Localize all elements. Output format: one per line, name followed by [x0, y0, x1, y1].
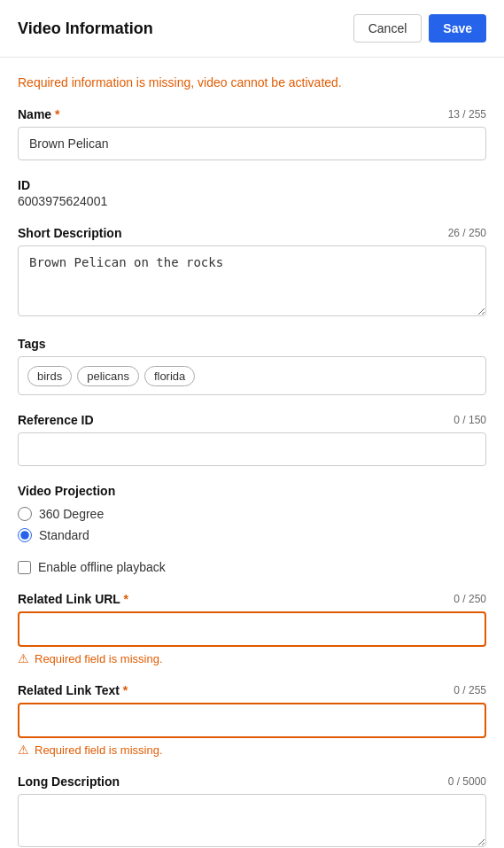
- radio-360-input[interactable]: [18, 507, 32, 521]
- content-area: Required information is missing, video c…: [0, 58, 504, 848]
- short-description-label-row: Short Description 26 / 250: [18, 226, 486, 240]
- offline-playback-row[interactable]: Enable offline playback: [18, 560, 486, 574]
- short-description-field-group: Short Description 26 / 250 Brown Pelican…: [18, 226, 486, 319]
- short-description-input[interactable]: Brown Pelican on the rocks: [18, 245, 486, 316]
- long-description-label: Long Description: [18, 774, 120, 789]
- name-input[interactable]: [18, 127, 486, 160]
- radio-360-label[interactable]: 360 Degree: [18, 507, 486, 521]
- id-value: 6003975624001: [18, 194, 486, 208]
- name-label: Name *: [18, 107, 59, 121]
- long-description-input[interactable]: [18, 794, 486, 847]
- offline-playback-label: Enable offline playback: [38, 560, 166, 574]
- save-button[interactable]: Save: [429, 14, 486, 43]
- related-link-text-error-text: Required field is missing.: [35, 743, 163, 757]
- long-description-label-row: Long Description 0 / 5000: [18, 774, 486, 789]
- video-projection-label: Video Projection: [18, 484, 486, 498]
- short-description-label: Short Description: [18, 226, 121, 240]
- page-title: Video Information: [18, 19, 153, 38]
- short-description-counter: 26 / 250: [448, 227, 486, 239]
- cancel-button[interactable]: Cancel: [353, 14, 423, 43]
- radio-standard-input[interactable]: [18, 528, 32, 542]
- tags-label: Tags: [18, 337, 46, 351]
- tags-label-row: Tags: [18, 337, 486, 351]
- tag-pelicans: pelicans: [77, 366, 139, 386]
- related-link-url-label-row: Related Link URL * 0 / 250: [18, 592, 486, 606]
- related-link-url-field-group: Related Link URL * 0 / 250 ⚠ Required fi…: [18, 592, 486, 665]
- related-link-text-counter: 0 / 255: [454, 684, 486, 696]
- warning-icon-text: ⚠: [18, 743, 29, 757]
- radio-standard-label[interactable]: Standard: [18, 528, 486, 542]
- long-description-counter: 0 / 5000: [448, 775, 486, 788]
- related-link-url-label: Related Link URL *: [18, 592, 128, 606]
- header-buttons: Cancel Save: [353, 14, 486, 43]
- tag-birds: birds: [27, 366, 72, 386]
- related-link-text-input[interactable]: [18, 703, 486, 738]
- radio-standard-text: Standard: [39, 528, 89, 542]
- tags-container[interactable]: birds pelicans florida: [18, 356, 486, 395]
- warning-icon-url: ⚠: [18, 651, 29, 665]
- header: Video Information Cancel Save: [0, 0, 504, 58]
- video-projection-radio-group: 360 Degree Standard: [18, 507, 486, 542]
- reference-id-field-group: Reference ID 0 / 150: [18, 413, 486, 466]
- id-label: ID: [18, 178, 486, 192]
- video-projection-field-group: Video Projection 360 Degree Standard: [18, 484, 486, 542]
- related-link-url-counter: 0 / 250: [454, 593, 486, 605]
- name-field-group: Name * 13 / 255: [18, 107, 486, 160]
- reference-id-label-row: Reference ID 0 / 150: [18, 413, 486, 427]
- tags-field-group: Tags birds pelicans florida: [18, 337, 486, 395]
- related-link-url-error: ⚠ Required field is missing.: [18, 651, 486, 665]
- related-link-text-label: Related Link Text *: [18, 683, 128, 697]
- name-label-row: Name * 13 / 255: [18, 107, 486, 121]
- tag-florida: florida: [144, 366, 195, 386]
- reference-id-label: Reference ID: [18, 413, 94, 427]
- offline-playback-checkbox[interactable]: [18, 561, 31, 574]
- id-field: ID 6003975624001: [18, 178, 486, 208]
- related-link-text-error: ⚠ Required field is missing.: [18, 743, 486, 757]
- error-banner: Required information is missing, video c…: [18, 75, 486, 89]
- long-description-field-group: Long Description 0 / 5000: [18, 774, 486, 848]
- reference-id-input[interactable]: [18, 432, 486, 466]
- radio-360-text: 360 Degree: [39, 507, 104, 521]
- related-link-url-input[interactable]: [18, 611, 486, 647]
- reference-id-counter: 0 / 150: [454, 414, 486, 426]
- related-link-text-field-group: Related Link Text * 0 / 255 ⚠ Required f…: [18, 683, 486, 757]
- related-link-url-error-text: Required field is missing.: [35, 652, 163, 665]
- related-link-text-label-row: Related Link Text * 0 / 255: [18, 683, 486, 697]
- name-counter: 13 / 255: [448, 108, 486, 121]
